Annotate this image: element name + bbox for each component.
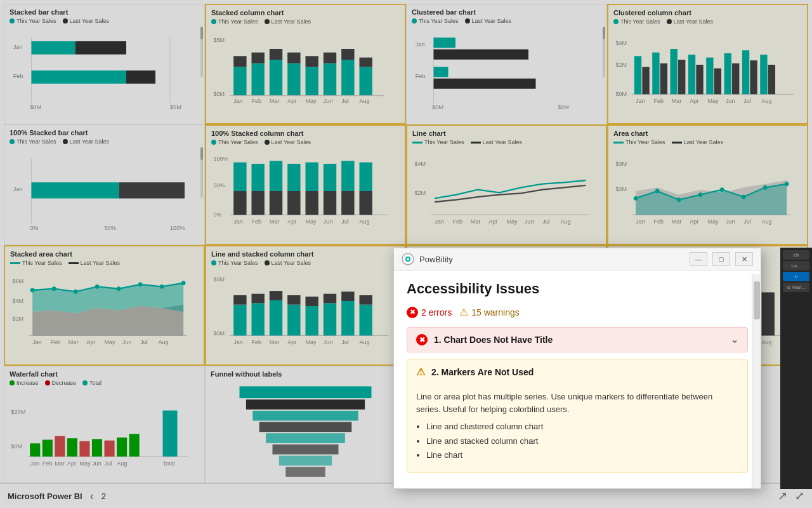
modal-titlebar: PowBility — □ ✕ <box>394 248 761 271</box>
close-button[interactable]: ✕ <box>735 252 753 266</box>
warning-count: 15 warnings <box>471 307 520 318</box>
issue-row-1: ✖ 1. Chart Does Not Have Title ⌄ <box>407 327 748 352</box>
error-count: 2 errors <box>421 307 452 318</box>
issue-error-icon: ✖ <box>416 334 428 345</box>
error-badge: ✖ 2 errors <box>407 307 452 318</box>
modal-controls: — □ ✕ <box>690 252 753 266</box>
issue-title-2: 2. Markers Are Not Used <box>431 367 738 377</box>
affected-item-2: Line and stacked column chart <box>426 435 738 448</box>
restore-button[interactable]: □ <box>712 252 730 266</box>
affected-item-3: Line chart <box>426 449 738 462</box>
error-icon: ✖ <box>407 307 418 318</box>
issue-row-2: ⚠ 2. Markers Are Not Used Line or area p… <box>407 359 748 473</box>
accessibility-modal: PowBility — □ ✕ Accessibility Issues ✖ 2… <box>393 248 761 489</box>
modal-app-name: PowBility <box>419 255 684 264</box>
issue-title-1: 1. Chart Does Not Have Title <box>434 335 724 345</box>
issue-content-2: Line or area plot has multiple series. U… <box>407 384 747 472</box>
affected-item-1: Line and clustered column chart <box>426 420 738 433</box>
issue-affected-list: Line and clustered column chart Line and… <box>426 420 738 462</box>
modal-body: Accessibility Issues ✖ 2 errors ⚠ 15 war… <box>394 271 761 488</box>
issue-description: Line or area plot has multiple series. U… <box>416 392 712 414</box>
summary-line: ✖ 2 errors ⚠ 15 warnings <box>407 306 748 318</box>
warning-icon: ⚠ <box>459 306 468 318</box>
powbility-icon <box>402 253 414 265</box>
issue-header-2[interactable]: ⚠ 2. Markers Are Not Used <box>407 359 747 384</box>
chevron-down-icon: ⌄ <box>731 335 738 345</box>
svg-point-266 <box>407 258 409 260</box>
modal-scrollbar[interactable] <box>752 274 761 488</box>
issue-warning-icon: ⚠ <box>416 366 425 378</box>
minimize-button[interactable]: — <box>690 252 707 266</box>
modal-main-title: Accessibility Issues <box>407 281 748 297</box>
scroll-thumb[interactable] <box>754 281 760 319</box>
warning-badge: ⚠ 15 warnings <box>459 306 520 318</box>
issue-header-1[interactable]: ✖ 1. Chart Does Not Have Title ⌄ <box>407 328 747 352</box>
